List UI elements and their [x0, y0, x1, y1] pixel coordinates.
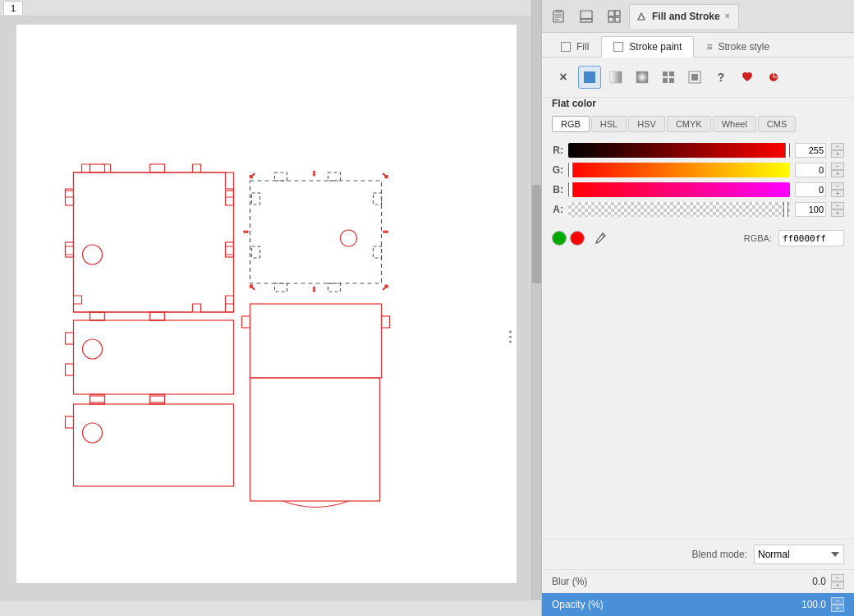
svg-rect-35: [90, 312, 105, 320]
svg-text:↗: ↗: [382, 283, 388, 292]
blur-label: Blur (%): [552, 576, 788, 587]
pattern-button[interactable]: [657, 66, 680, 89]
channel-b-slider[interactable]: [568, 182, 790, 197]
channel-b-input[interactable]: [795, 182, 826, 197]
stroke-style-tab[interactable]: ≡ Stroke style: [694, 36, 782, 57]
color-mode-hsl[interactable]: HSL: [591, 116, 627, 132]
blur-increment[interactable]: −: [831, 574, 844, 582]
channel-g-decrement[interactable]: +: [831, 170, 844, 177]
channel-a-increment[interactable]: −: [831, 202, 844, 209]
marker-button-2[interactable]: [762, 66, 785, 89]
fill-tab[interactable]: Fill: [549, 36, 601, 57]
more-options-button[interactable]: [506, 328, 515, 347]
channel-g-thumb: [568, 163, 573, 177]
svg-rect-10: [250, 181, 382, 283]
flat-color-button[interactable]: [578, 66, 601, 89]
channel-r-row: R: − +: [542, 140, 854, 160]
linear-gradient-button[interactable]: [604, 66, 627, 89]
blend-mode-select[interactable]: Normal Multiply Screen Overlay Darken Li…: [754, 545, 844, 564]
opacity-value: 100.0: [789, 599, 826, 610]
status-bar: [0, 600, 541, 616]
blur-row: Blur (%) 0.0 − +: [542, 569, 854, 593]
svg-point-44: [83, 423, 103, 443]
channel-a-spinner: − +: [831, 202, 844, 217]
svg-rect-0: [74, 172, 234, 312]
panel-icon-clipboard[interactable]: [545, 4, 572, 29]
svg-rect-6: [150, 164, 165, 172]
svg-rect-33: [66, 333, 74, 344]
svg-rect-36: [150, 312, 165, 320]
panel-icon-transform[interactable]: [601, 4, 627, 29]
opacity-decrement[interactable]: +: [831, 605, 844, 612]
svg-text:↖: ↖: [249, 283, 255, 292]
color-new-preview: [570, 231, 585, 246]
channel-a-slider[interactable]: [568, 202, 790, 217]
blur-decrement[interactable]: +: [831, 582, 844, 589]
marker-button-1[interactable]: [736, 66, 759, 89]
color-mode-hsv[interactable]: HSV: [628, 116, 665, 132]
channel-r-slider[interactable]: [568, 143, 790, 158]
color-type-row: × ?: [542, 57, 854, 98]
channel-a-thumb: [783, 202, 788, 217]
color-mode-wheel[interactable]: Wheel: [713, 116, 756, 132]
no-paint-button[interactable]: ×: [552, 66, 575, 89]
svg-rect-23: [275, 172, 287, 181]
svg-rect-59: [636, 71, 648, 83]
scrollbar-thumb-vertical[interactable]: [532, 185, 541, 283]
svg-point-39: [83, 339, 103, 359]
blur-spinner: − +: [831, 574, 844, 589]
eyedropper-button[interactable]: [591, 229, 609, 247]
svg-rect-29: [242, 316, 250, 328]
channel-r-spinner: − +: [831, 143, 844, 158]
channel-g-increment[interactable]: −: [831, 163, 844, 170]
channel-b-thumb: [568, 182, 573, 197]
shapes-svg: ↕ ↕ ↔ ↔ ↙ ↘ ↖ ↗: [16, 25, 517, 583]
close-tab-button[interactable]: ×: [723, 11, 732, 21]
color-mode-rgb[interactable]: RGB: [552, 116, 590, 132]
channel-g-row: G: − +: [542, 160, 854, 180]
radial-gradient-button[interactable]: [631, 66, 654, 89]
channel-r-decrement[interactable]: +: [831, 150, 844, 158]
channel-a-decrement[interactable]: +: [831, 209, 844, 217]
channel-g-label: G:: [552, 164, 563, 176]
channel-b-increment[interactable]: −: [831, 182, 844, 190]
stroke-paint-tab[interactable]: Stroke paint: [601, 36, 694, 57]
active-tab-label: Fill and Stroke: [652, 11, 720, 22]
channel-r-increment[interactable]: −: [831, 143, 844, 150]
vertical-scrollbar[interactable]: [531, 0, 541, 616]
stroke-paint-icon: [613, 42, 623, 52]
canvas-area: 1: [0, 0, 542, 616]
svg-rect-55: [608, 17, 613, 22]
flat-color-label: Flat color: [542, 98, 854, 116]
svg-rect-53: [608, 11, 614, 16]
svg-rect-65: [691, 74, 698, 80]
opacity-increment[interactable]: −: [831, 597, 844, 605]
svg-rect-61: [669, 71, 674, 76]
color-mode-cmyk[interactable]: CMYK: [667, 116, 711, 132]
svg-rect-30: [382, 316, 390, 328]
stroke-style-icon: ≡: [706, 41, 712, 53]
rgba-value-input[interactable]: [778, 230, 844, 246]
channel-r-input[interactable]: [795, 143, 826, 158]
channel-a-row: A: − +: [542, 200, 854, 219]
panel-content: × ?: [542, 57, 854, 539]
channel-r-label: R:: [552, 145, 563, 156]
svg-rect-3: [226, 191, 234, 205]
blur-value: 0.0: [793, 576, 826, 587]
stroke-paint-label: Stroke paint: [629, 41, 682, 53]
swatch-button[interactable]: [683, 66, 706, 89]
color-previews: [552, 231, 585, 246]
channel-a-input[interactable]: [795, 202, 826, 217]
channel-g-slider[interactable]: [568, 163, 790, 177]
rgba-label: RGBA:: [744, 233, 772, 243]
fill-stroke-tab[interactable]: Fill and Stroke ×: [629, 4, 739, 29]
channel-g-input[interactable]: [795, 163, 826, 177]
opacity-label: Opacity (%): [552, 599, 784, 610]
canvas-tab[interactable]: 1: [3, 1, 23, 15]
svg-text:↕: ↕: [312, 168, 316, 177]
color-mode-cms[interactable]: CMS: [758, 116, 796, 132]
opacity-spinner: − +: [831, 597, 844, 612]
channel-b-decrement[interactable]: +: [831, 190, 844, 197]
panel-icon-export[interactable]: [573, 4, 599, 29]
unknown-paint-button[interactable]: ?: [709, 66, 732, 89]
